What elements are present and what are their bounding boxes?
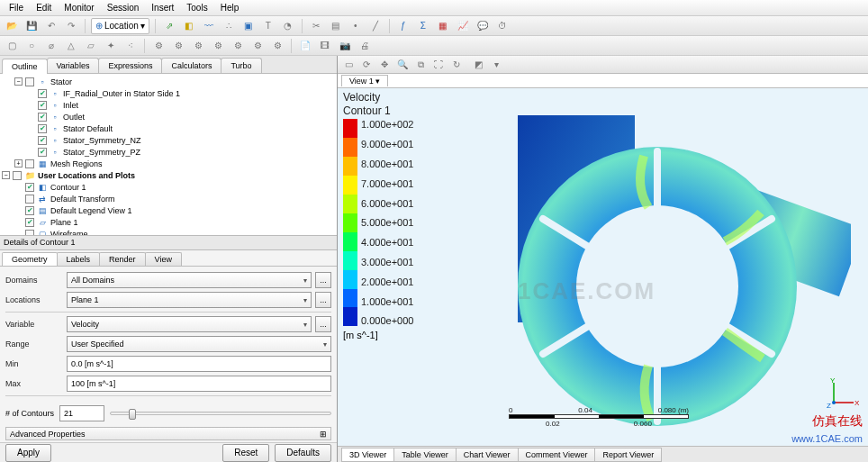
snapshot-icon[interactable]: 📷 <box>337 38 353 54</box>
menu-edit[interactable]: Edit <box>31 1 57 14</box>
tab-turbo[interactable]: Turbo <box>221 58 261 73</box>
tree-checkbox[interactable]: ✔ <box>38 148 47 157</box>
tree-checkbox[interactable] <box>25 195 34 204</box>
advanced-properties-toggle[interactable]: Advanced Properties ⊞ <box>5 427 331 440</box>
tree-node[interactable]: ✔▤Default Legend View 1 <box>2 204 335 216</box>
save-icon[interactable]: 💾 <box>23 18 40 34</box>
locations-combo[interactable]: Plane 1▾ <box>67 292 312 308</box>
more-icon[interactable]: ▾ <box>489 58 503 72</box>
tree-checkbox[interactable] <box>25 230 34 237</box>
max-input[interactable]: 100 [m s^-1] <box>67 376 331 392</box>
tree-node[interactable]: −📁User Locations and Plots <box>2 169 335 181</box>
tab-report-viewer[interactable]: Report Viewer <box>594 448 662 462</box>
tab-view[interactable]: View <box>145 252 182 266</box>
tab-geometry[interactable]: Geometry <box>2 252 58 266</box>
defaults-button[interactable]: Defaults <box>275 444 331 462</box>
fit-icon[interactable]: ⛶ <box>431 58 446 72</box>
tree-checkbox[interactable]: ✔ <box>38 89 47 98</box>
locations-more-button[interactable]: ... <box>315 292 331 308</box>
slider-thumb[interactable] <box>129 409 136 420</box>
cone-icon[interactable]: △ <box>63 38 79 54</box>
isosurface-icon[interactable]: ◔ <box>280 18 296 34</box>
variable-combo[interactable]: Velocity▾ <box>67 316 312 332</box>
legend-icon[interactable]: ▤ <box>328 18 344 34</box>
contours-slider[interactable] <box>110 412 331 415</box>
menu-file[interactable]: File <box>4 1 29 14</box>
clip-icon[interactable]: ✂ <box>308 18 324 34</box>
sphere-icon[interactable]: ○ <box>23 38 40 54</box>
tree-checkbox[interactable]: ✔ <box>38 136 47 145</box>
reset-button[interactable]: Reset <box>222 444 269 462</box>
turbo3-icon[interactable]: ⚙ <box>190 38 206 54</box>
tree-node[interactable]: ✔▫IF_Radial_Outer in Stator Side 1 <box>2 87 335 99</box>
open-icon[interactable]: 📂 <box>4 18 20 34</box>
menu-session[interactable]: Session <box>102 1 145 14</box>
tree-toggle[interactable]: + <box>14 159 23 168</box>
animate-icon[interactable]: 🎞 <box>317 38 333 54</box>
particle-icon[interactable]: ∴ <box>221 18 237 34</box>
text-icon[interactable]: T <box>260 18 276 34</box>
turbo1-icon[interactable]: ⚙ <box>150 38 167 54</box>
location-dropdown[interactable]: ⊕ Location ▾ <box>91 18 149 34</box>
vector-icon[interactable]: ⇗ <box>161 18 177 34</box>
report-icon[interactable]: 📄 <box>297 38 313 54</box>
3d-viewport[interactable]: Velocity Contour 1 1.000e+0029.000e+0018… <box>338 88 868 446</box>
timer-icon[interactable]: ⏱ <box>494 18 511 34</box>
table-icon[interactable]: ▦ <box>435 18 451 34</box>
tab-render[interactable]: Render <box>99 252 146 266</box>
tree-checkbox[interactable]: ✔ <box>38 101 47 110</box>
tree-node[interactable]: ✔▫Outlet <box>2 111 335 122</box>
tree-node[interactable]: ✔▫Stator_Symmetry_PZ <box>2 146 335 158</box>
tree-checkbox[interactable]: ✔ <box>25 206 34 215</box>
tree-checkbox[interactable] <box>25 159 34 168</box>
contours-spinner[interactable]: 21 <box>59 405 104 421</box>
menu-help[interactable]: Help <box>215 1 245 14</box>
min-input[interactable]: 0.0 [m s^-1] <box>67 356 331 372</box>
volume-icon[interactable]: ▣ <box>240 18 257 34</box>
cube-icon[interactable]: ▢ <box>4 38 20 54</box>
tree-node[interactable]: ✔◧Contour 1 <box>2 181 335 193</box>
tree-toggle[interactable]: − <box>14 77 23 86</box>
expression-icon[interactable]: Σ <box>415 18 431 34</box>
contour-icon[interactable]: ◧ <box>181 18 197 34</box>
tree-node[interactable]: ⇄Default Transform <box>2 193 335 204</box>
turbo4-icon[interactable]: ⚙ <box>210 38 226 54</box>
line-icon[interactable]: ╱ <box>367 18 384 34</box>
tree-node[interactable]: +▦Mesh Regions <box>2 158 335 169</box>
tree-node[interactable]: ✔▫Stator_Symmetry_NZ <box>2 134 335 146</box>
tab-chart-viewer[interactable]: Chart Viewer <box>456 448 519 462</box>
zoom-icon[interactable]: 🔍 <box>395 58 410 72</box>
variable-icon[interactable]: ƒ <box>395 18 411 34</box>
tab-outline[interactable]: Outline <box>2 59 48 74</box>
tab-variables[interactable]: Variables <box>47 58 100 73</box>
tree-node[interactable]: ✔▫Inlet <box>2 99 335 111</box>
tree-checkbox[interactable]: ✔ <box>25 183 34 192</box>
range-combo[interactable]: User Specified▾ <box>67 336 331 352</box>
tab-3d-viewer[interactable]: 3D Viewer <box>341 448 394 462</box>
refresh-icon[interactable]: ↻ <box>449 58 464 72</box>
select-icon[interactable]: ▭ <box>341 58 356 72</box>
tab-table-viewer[interactable]: Table Viewer <box>393 448 456 462</box>
tree-node[interactable]: ▢Wireframe <box>2 228 335 236</box>
domains-more-button[interactable]: ... <box>315 272 331 288</box>
tab-labels[interactable]: Labels <box>57 252 101 266</box>
turbo7-icon[interactable]: ⚙ <box>269 38 285 54</box>
pan-icon[interactable]: ✥ <box>377 58 392 72</box>
menu-monitor[interactable]: Monitor <box>59 1 99 14</box>
print-icon[interactable]: 🖨 <box>357 38 373 54</box>
tab-expressions[interactable]: Expressions <box>98 58 162 73</box>
tree-checkbox[interactable]: ✔ <box>38 124 47 133</box>
tree-node[interactable]: ✔▫Stator Default <box>2 122 335 134</box>
view-1-tab[interactable]: View 1 ▾ <box>341 75 388 86</box>
point-cloud-icon[interactable]: ⁖ <box>122 38 139 54</box>
tree-checkbox[interactable]: ✔ <box>25 218 34 227</box>
turbo6-icon[interactable]: ⚙ <box>249 38 266 54</box>
tree-toggle[interactable]: − <box>2 171 10 179</box>
turbo2-icon[interactable]: ⚙ <box>170 38 186 54</box>
redo-icon[interactable]: ↷ <box>63 18 79 34</box>
domains-combo[interactable]: All Domains▾ <box>67 272 312 288</box>
tree-checkbox[interactable] <box>25 77 34 86</box>
plane-icon[interactable]: ▱ <box>83 38 99 54</box>
cylinder-icon[interactable]: ⌀ <box>43 38 59 54</box>
highlight-icon[interactable]: ◩ <box>471 58 485 72</box>
